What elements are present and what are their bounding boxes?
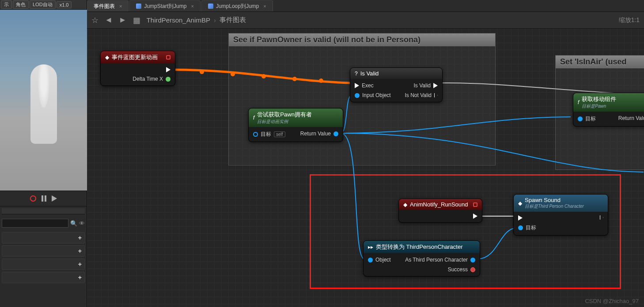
viewport-toolbar: 示 角色 LOD自动 x1.0 xyxy=(0,0,87,10)
macro-icon: ? xyxy=(355,71,358,77)
node-cast-thirdperson[interactable]: ▸▸ 类型转换为 ThirdPersonCharacter Object As … xyxy=(363,240,480,277)
node-title: 尝试获取Pawn拥有者 xyxy=(257,111,312,118)
exec-out-pin[interactable] xyxy=(166,67,170,72)
tab-bar: 事件图表 × JumpStart到Jump × JumpLoop到Jump × xyxy=(87,0,644,12)
pin-target[interactable]: 目标 xyxy=(578,115,596,123)
function-icon: f xyxy=(253,115,254,121)
pin-as-character[interactable]: As Third Person Character xyxy=(405,257,475,263)
favorite-icon[interactable]: ☆ xyxy=(91,15,98,25)
breadcrumb: ThirdPerson_AnimBP › 事件图表 xyxy=(147,16,246,24)
close-icon[interactable]: × xyxy=(191,4,193,9)
forward-button[interactable]: ► xyxy=(119,15,127,25)
plus-icon[interactable]: + xyxy=(78,274,82,281)
asset-browser: 🔍 👁 + + + + xyxy=(0,206,87,287)
node-subtitle: 目标是Third Person Character xyxy=(525,203,584,210)
svg-point-0 xyxy=(200,70,204,74)
pause-button[interactable] xyxy=(42,195,46,202)
plus-icon[interactable]: + xyxy=(78,261,82,268)
node-subtitle: 目标是动画实例 xyxy=(257,119,312,125)
node-title: AnimNotify_RunSound xyxy=(410,201,468,208)
preview-viewport[interactable] xyxy=(0,10,87,191)
breadcrumb-graph[interactable]: 事件图表 xyxy=(220,16,246,24)
node-subtitle: 目标是Pawn xyxy=(582,103,616,109)
pin-object[interactable]: Object xyxy=(368,257,391,263)
node-header[interactable]: ◆ 事件蓝图更新动画 xyxy=(101,51,175,64)
node-header[interactable]: ◆ AnimNotify_RunSound xyxy=(399,199,482,210)
plus-icon[interactable]: + xyxy=(78,234,82,241)
event-icon: ◆ xyxy=(105,54,109,60)
asset-section-4[interactable]: + xyxy=(2,272,85,283)
node-is-valid[interactable]: ? Is Valid Exec Input Object Is Valid Is… xyxy=(350,67,443,102)
tab-event-graph[interactable]: 事件图表 × xyxy=(87,0,129,11)
tab-jumpstart[interactable]: JumpStart到Jump × xyxy=(129,0,200,11)
toolbar-btn-role[interactable]: 角色 xyxy=(13,0,29,9)
node-header[interactable]: ▸▸ 类型转换为 ThirdPersonCharacter xyxy=(364,241,480,253)
breadcrumb-asset[interactable]: ThirdPerson_AnimBP xyxy=(147,16,210,24)
node-title: Spawn Sound xyxy=(525,197,561,203)
close-icon[interactable]: × xyxy=(263,4,266,9)
pin-isvalid-out[interactable]: Is Valid xyxy=(414,82,438,89)
exec-out-pin[interactable] xyxy=(473,213,477,219)
node-header[interactable]: f 尝试获取Pawn拥有者 目标是动画实例 xyxy=(249,109,343,127)
delegate-pin[interactable] xyxy=(166,55,170,60)
node-title: Is Valid xyxy=(360,70,379,77)
node-header[interactable]: ◆ Spawn Sound 目标是Third Person Character xyxy=(514,195,608,212)
event-icon: ◆ xyxy=(518,200,522,206)
transport-controls xyxy=(0,191,87,206)
toolbar-btn-speed[interactable]: x1.0 xyxy=(57,1,72,8)
plus-icon[interactable]: + xyxy=(78,247,82,255)
record-button[interactable] xyxy=(30,195,36,202)
asset-section-2[interactable]: + xyxy=(2,245,85,257)
pin-input-object[interactable]: Input Object xyxy=(355,92,391,98)
node-event-update-anim[interactable]: ◆ 事件蓝图更新动画 Delta Time X xyxy=(100,51,175,86)
comment-title[interactable]: Set 'IsInAir' (used xyxy=(556,56,644,68)
pin-isnotvalid-out[interactable]: Is Not Valid xyxy=(405,92,438,98)
pin-delta-time[interactable]: Delta Time X xyxy=(133,76,170,82)
pin-return-value[interactable]: Return Value xyxy=(300,131,338,137)
asset-section-3[interactable]: + xyxy=(2,258,85,270)
close-icon[interactable]: × xyxy=(119,4,122,9)
node-get-move-component[interactable]: f 获取移动组件 目标是Pawn 目标 Return Value xyxy=(573,93,644,127)
self-default: self xyxy=(274,131,285,137)
tab-jumploop[interactable]: JumpLoop到Jump × xyxy=(201,0,273,11)
tab-label: JumpStart到Jump xyxy=(144,3,186,10)
node-animnotify-runsound[interactable]: ◆ AnimNotify_RunSound xyxy=(398,198,482,223)
search-icon[interactable]: 🔍 xyxy=(70,220,77,227)
tab-label: JumpLoop到Jump xyxy=(216,3,259,10)
event-graph-canvas[interactable]: See if PawnOwner is valid (will not be i… xyxy=(87,29,644,307)
function-icon: f xyxy=(578,99,579,105)
toolbar-btn-lod[interactable]: LOD自动 xyxy=(30,0,56,9)
node-header[interactable]: ? Is Valid xyxy=(350,68,442,79)
node-get-pawn-owner[interactable]: f 尝试获取Pawn拥有者 目标是动画实例 目标 self Return Val… xyxy=(248,108,343,142)
asset-section-1[interactable]: + xyxy=(2,232,85,243)
exec-in-pin[interactable]: Exec xyxy=(355,82,391,89)
exec-in-pin[interactable] xyxy=(518,215,536,221)
toolbar-btn-show[interactable]: 示 xyxy=(1,0,12,9)
cast-icon: ▸▸ xyxy=(368,244,373,250)
main-area: 事件图表 × JumpStart到Jump × JumpLoop到Jump × … xyxy=(87,0,644,307)
anim-icon xyxy=(136,4,141,9)
left-panel: 示 角色 LOD自动 x1.0 🔍 👁 + + + + xyxy=(0,0,87,307)
zoom-label: 缩放1:1 xyxy=(619,16,640,24)
node-spawn-sound[interactable]: ◆ Spawn Sound 目标是Third Person Character … xyxy=(513,194,608,236)
pin-success[interactable]: Success xyxy=(448,266,475,273)
tab-label: 事件图表 xyxy=(94,3,115,10)
visibility-icon[interactable]: 👁 xyxy=(79,220,85,227)
delegate-pin[interactable] xyxy=(473,202,477,207)
pin-target[interactable]: 目标 self xyxy=(253,131,285,138)
comment-title[interactable]: See if PawnOwner is valid (will not be i… xyxy=(229,34,495,46)
graph-icon: ▦ xyxy=(133,15,140,25)
exec-out-pin[interactable] xyxy=(600,215,603,220)
pin-return-value[interactable]: Return Value xyxy=(618,115,644,121)
back-button[interactable]: ◄ xyxy=(105,15,113,25)
chevron-right-icon: › xyxy=(214,16,216,24)
search-input[interactable] xyxy=(2,219,68,228)
nav-bar: ☆ ◄ ► ▦ ThirdPerson_AnimBP › 事件图表 缩放1:1 xyxy=(87,12,644,29)
node-header[interactable]: f 获取移动组件 目标是Pawn xyxy=(573,93,644,112)
pin-target[interactable]: 目标 xyxy=(518,224,536,232)
event-icon: ◆ xyxy=(403,202,407,208)
anim-icon xyxy=(208,4,213,9)
node-title: 事件蓝图更新动画 xyxy=(112,53,158,61)
node-title: 获取移动组件 xyxy=(582,96,616,102)
play-button[interactable] xyxy=(52,195,57,202)
